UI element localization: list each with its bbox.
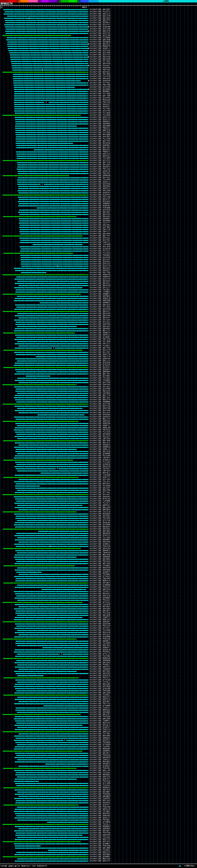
alignment-bar[interactable]: [20, 246, 88, 247]
alignment-bar[interactable]: [17, 792, 88, 793]
alignment-bar[interactable]: [12, 65, 88, 66]
alignment-bar[interactable]: [17, 408, 82, 409]
alignment-bar[interactable]: [14, 111, 88, 112]
alignment-bar[interactable]: [17, 184, 40, 185]
alignment-bar[interactable]: [3, 477, 78, 478]
alignment-bar[interactable]: [14, 831, 88, 831]
alignment-bar[interactable]: [3, 565, 75, 566]
alignment-bar[interactable]: [48, 850, 88, 851]
alignment-bar[interactable]: [26, 376, 50, 377]
alignment-bar[interactable]: [19, 227, 88, 228]
alignment-bar[interactable]: [15, 539, 88, 540]
alignment-bar[interactable]: [18, 188, 88, 189]
alignment-bar[interactable]: [18, 201, 88, 202]
alignment-bar[interactable]: [14, 718, 88, 719]
alignment-bar[interactable]: [34, 149, 88, 150]
alignment-bar[interactable]: [3, 367, 88, 368]
alignment-bar[interactable]: [18, 206, 88, 206]
alignment-bar[interactable]: [14, 320, 88, 320]
alignment-bar[interactable]: [16, 322, 88, 323]
alignment-bar[interactable]: [17, 744, 88, 745]
alignment-bar[interactable]: [15, 518, 88, 519]
alignment-bar[interactable]: [15, 699, 88, 700]
alignment-bar[interactable]: [41, 473, 88, 473]
alignment-bar[interactable]: [16, 468, 56, 469]
alignment-bar[interactable]: [15, 604, 88, 605]
alignment-bar[interactable]: [3, 440, 88, 441]
alignment-bar[interactable]: [15, 486, 40, 487]
alignment-bar[interactable]: [4, 18, 88, 19]
alignment-bar[interactable]: [3, 421, 78, 422]
alignment-bar[interactable]: [17, 820, 88, 820]
alignment-bar[interactable]: [15, 291, 88, 292]
alignment-bar[interactable]: [14, 108, 88, 109]
alignment-bar[interactable]: [20, 259, 88, 260]
alignment-bar[interactable]: [14, 104, 88, 105]
alignment-bar[interactable]: [15, 328, 88, 329]
alignment-bar[interactable]: [14, 406, 88, 407]
alignment-bar[interactable]: [14, 106, 88, 107]
alignment-bar[interactable]: [17, 712, 88, 713]
alignment-bar[interactable]: [3, 404, 88, 405]
alignment-bar[interactable]: [3, 460, 73, 461]
alignment-bar[interactable]: [15, 762, 88, 763]
alignment-bar[interactable]: [17, 156, 88, 157]
alignment-bar[interactable]: [14, 843, 88, 844]
alignment-bar[interactable]: [17, 567, 88, 568]
alignment-bar[interactable]: [19, 669, 88, 670]
alignment-bar[interactable]: [16, 772, 88, 773]
alignment-bar[interactable]: [14, 652, 88, 652]
alignment-bar[interactable]: [14, 524, 88, 525]
alignment-bar[interactable]: [10, 59, 88, 60]
alignment-bar[interactable]: [15, 507, 88, 508]
alignment-bar[interactable]: [17, 654, 59, 655]
alignment-bar[interactable]: [17, 630, 88, 631]
alignment-bar[interactable]: [13, 83, 88, 84]
alignment-bar[interactable]: [3, 548, 80, 549]
alignment-bar[interactable]: [15, 716, 88, 717]
alignment-bar[interactable]: [15, 632, 88, 633]
alignment-bar[interactable]: [17, 378, 88, 379]
alignment-bar[interactable]: [5, 22, 88, 23]
alignment-bar[interactable]: [14, 619, 88, 620]
alignment-bar[interactable]: [5, 33, 88, 34]
alignment-bar[interactable]: [17, 158, 88, 159]
alignment-bar[interactable]: [3, 658, 88, 659]
alignment-bar[interactable]: [16, 611, 88, 612]
alignment-bar[interactable]: [14, 352, 88, 353]
alignment-bar[interactable]: [14, 481, 88, 482]
alignment-bar[interactable]: [17, 490, 88, 491]
alignment-bar[interactable]: [14, 725, 83, 726]
alignment-bar[interactable]: [16, 289, 88, 290]
alignment-bar[interactable]: [15, 774, 88, 775]
alignment-bar[interactable]: [16, 572, 41, 573]
alignment-bar[interactable]: [5, 27, 88, 27]
alignment-bar[interactable]: [20, 255, 88, 256]
alignment-bar[interactable]: [15, 809, 88, 810]
alignment-bar[interactable]: [15, 343, 88, 344]
alignment-bar[interactable]: [15, 130, 88, 131]
alignment-bar[interactable]: [16, 800, 88, 801]
alignment-bar[interactable]: [15, 462, 88, 463]
alignment-bar[interactable]: [17, 166, 88, 167]
alignment-bar[interactable]: [16, 641, 88, 642]
alignment-bar[interactable]: [16, 277, 88, 277]
alignment-bar[interactable]: [15, 427, 88, 428]
alignment-bar[interactable]: [3, 856, 88, 857]
alignment-bar[interactable]: [16, 147, 88, 148]
alignment-bar[interactable]: [21, 261, 88, 262]
alignment-bar[interactable]: [7, 16, 88, 17]
alignment-bar[interactable]: [17, 664, 88, 665]
alignment-bar[interactable]: [15, 119, 88, 120]
alignment-bar[interactable]: [14, 736, 88, 737]
alignment-bar[interactable]: [15, 391, 88, 392]
alignment-bar[interactable]: [19, 479, 88, 480]
alignment-bar[interactable]: [15, 848, 88, 848]
alignment-bar[interactable]: [15, 643, 88, 644]
alignment-bar[interactable]: [21, 272, 46, 273]
alignment-bar[interactable]: [19, 317, 88, 318]
alignment-bar[interactable]: [14, 609, 88, 609]
alignment-bar[interactable]: [2, 494, 88, 495]
alignment-bar[interactable]: [17, 675, 43, 676]
alignment-bar[interactable]: [14, 300, 88, 301]
